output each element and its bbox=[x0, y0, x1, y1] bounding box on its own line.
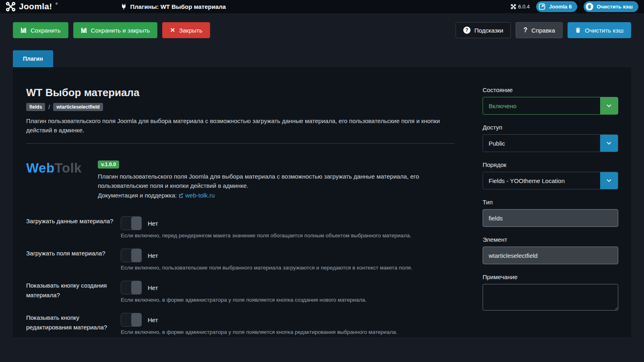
option-value: Нет bbox=[148, 317, 158, 323]
divider bbox=[26, 143, 454, 144]
vendor-info: v.1.0.0 Плагин пользовательского поля Jo… bbox=[98, 160, 454, 199]
hints-button[interactable]: ? Подсказки bbox=[456, 22, 511, 38]
field-note: Примечание bbox=[483, 274, 618, 312]
support-label: Документация и поддержка: bbox=[98, 192, 177, 199]
plugin-breadcrumb: fields / wtarticleselectfield bbox=[26, 103, 454, 111]
save-close-button[interactable]: Сохранить и закрыть bbox=[73, 22, 158, 38]
toolbar: Сохранить Сохранить и закрыть ✕ Закрыть … bbox=[0, 22, 644, 38]
clear-cache-button[interactable]: Очистить кэш bbox=[568, 22, 631, 38]
badge-element: wtarticleselectfield bbox=[53, 103, 103, 111]
vendor-description: Плагин пользовательского поля Joomla для… bbox=[98, 172, 454, 191]
field-type: Тип bbox=[483, 199, 618, 227]
field-access: Доступ Public bbox=[483, 124, 618, 152]
chevron-down-icon bbox=[600, 135, 618, 152]
close-x-icon: ✕ bbox=[170, 27, 175, 34]
support-link[interactable]: web-tolk.ru bbox=[178, 192, 215, 199]
save-icon bbox=[81, 27, 87, 33]
option-label: Загружать поля материала? bbox=[26, 249, 121, 258]
toggle-knob bbox=[131, 249, 142, 262]
joomla-version-icon bbox=[511, 4, 516, 9]
chevron-down-icon bbox=[600, 172, 618, 189]
brand-reg-mark: ® bbox=[56, 2, 58, 6]
option-value: Нет bbox=[148, 252, 158, 259]
tab-plugin[interactable]: Плагин bbox=[13, 50, 53, 67]
admin-header: Joomla! ® Плагины: WT Выбор материала bbox=[0, 0, 644, 13]
option-label: Показывать кнопку создания материала? bbox=[26, 281, 121, 300]
chevron-down-icon bbox=[600, 97, 618, 114]
question-icon: ? bbox=[523, 27, 527, 34]
toolbar-clear-cache-label: Очистить кэш bbox=[585, 27, 623, 34]
ordering-label: Порядок bbox=[483, 161, 618, 168]
ordering-select[interactable]: Fields - YOOtheme Location bbox=[483, 172, 618, 189]
option-description: Если включено, перед рендерингом макета … bbox=[121, 232, 454, 239]
version-badge: v.1.0.0 bbox=[98, 160, 119, 169]
option-row-show-create-button: Показывать кнопку создания материала? Не… bbox=[26, 281, 454, 303]
option-value: Нет bbox=[148, 220, 158, 227]
trash-icon bbox=[586, 3, 593, 10]
field-element: Элемент bbox=[483, 236, 618, 264]
field-ordering: Порядок Fields - YOOtheme Location bbox=[483, 161, 618, 189]
note-label: Примечание bbox=[483, 274, 618, 280]
badge-separator: / bbox=[48, 104, 50, 110]
type-label: Тип bbox=[483, 199, 618, 206]
state-select[interactable]: Включено bbox=[483, 97, 618, 115]
field-state: Состояние Включено bbox=[483, 86, 618, 115]
main-column: WT Выбор материала fields / wtarticlesel… bbox=[26, 86, 454, 325]
toggle-load-article-fields[interactable] bbox=[121, 249, 142, 262]
vendor-block: WebTolk v.1.0.0 Плагин пользовательского… bbox=[26, 160, 454, 199]
page-heading: Плагины: WT Выбор материала bbox=[121, 3, 226, 10]
joomla-brand[interactable]: Joomla! ® bbox=[6, 2, 58, 12]
element-input[interactable] bbox=[483, 247, 618, 264]
badge-group: fields bbox=[26, 103, 45, 111]
state-label: Состояние bbox=[483, 86, 618, 93]
save-button[interactable]: Сохранить bbox=[13, 22, 68, 38]
toggle-knob bbox=[131, 216, 142, 230]
plugin-plug-icon bbox=[121, 4, 127, 10]
access-value: Public bbox=[483, 135, 600, 152]
tab-bar: Плагин bbox=[13, 50, 631, 67]
external-link-icon bbox=[538, 3, 546, 10]
toggle-show-edit-button[interactable] bbox=[121, 313, 142, 327]
ordering-value: Fields - YOOtheme Location bbox=[483, 172, 600, 189]
option-description: Если включено, в форме администратора у … bbox=[121, 297, 454, 303]
option-description: Если включено, пользовательские поля выб… bbox=[121, 265, 454, 271]
close-label: Закрыть bbox=[179, 27, 202, 34]
save-icon bbox=[21, 27, 27, 33]
toggle-knob bbox=[131, 313, 142, 327]
hints-label: Подсказки bbox=[475, 27, 504, 34]
option-value: Нет bbox=[148, 284, 158, 291]
external-link-icon bbox=[178, 193, 184, 198]
joomla-logo-icon bbox=[6, 2, 16, 12]
type-input[interactable] bbox=[483, 209, 618, 227]
toggle-knob bbox=[131, 281, 142, 294]
close-button[interactable]: ✕ Закрыть bbox=[162, 22, 210, 38]
help-button[interactable]: ? Справка bbox=[516, 22, 563, 38]
element-label: Элемент bbox=[483, 236, 618, 243]
joomla6-label: Joomla 6 bbox=[549, 4, 572, 10]
joomla6-info-button[interactable]: Joomla 6 bbox=[536, 1, 577, 12]
webtolk-logo: WebTolk bbox=[26, 160, 82, 176]
access-select[interactable]: Public bbox=[483, 134, 618, 152]
toggle-show-create-button[interactable] bbox=[121, 281, 142, 294]
option-label: Загружать данные материала? bbox=[26, 216, 121, 226]
note-textarea[interactable] bbox=[483, 284, 618, 311]
header-clear-cache-button[interactable]: Очистить кэш bbox=[584, 1, 638, 12]
option-label: Показывать кнопку редактирования материа… bbox=[26, 313, 121, 332]
webtolk-logo-tolk: Tolk bbox=[55, 160, 82, 175]
page-title: Плагины: WT Выбор материала bbox=[130, 3, 226, 10]
joomla-version: 6.0.4 bbox=[511, 4, 530, 10]
save-close-label: Сохранить и закрыть bbox=[91, 27, 150, 34]
state-value: Включено bbox=[483, 97, 600, 114]
option-row-show-edit-button: Показывать кнопку редактирования материа… bbox=[26, 313, 454, 335]
question-circle-icon: ? bbox=[463, 27, 471, 34]
plugin-title: WT Выбор материала bbox=[26, 86, 454, 99]
support-line: Документация и поддержка: web-tolk.ru bbox=[98, 192, 454, 199]
option-row-load-article-fields: Загружать поля материала? Нет Если включ… bbox=[26, 249, 454, 271]
toggle-load-article-data[interactable] bbox=[121, 216, 142, 230]
plugin-description: Плагин пользовательского поля Joomla для… bbox=[26, 116, 454, 135]
plugin-options: Загружать данные материала? Нет Если вкл… bbox=[26, 216, 454, 335]
header-right: 6.0.4 Joomla 6 Очистить кэш bbox=[511, 1, 638, 12]
webtolk-logo-web: Web bbox=[26, 160, 55, 175]
clear-cache-label: Очистить кэш bbox=[597, 4, 633, 10]
settings-sidebar: Состояние Включено Доступ Public Порядок… bbox=[483, 86, 618, 325]
